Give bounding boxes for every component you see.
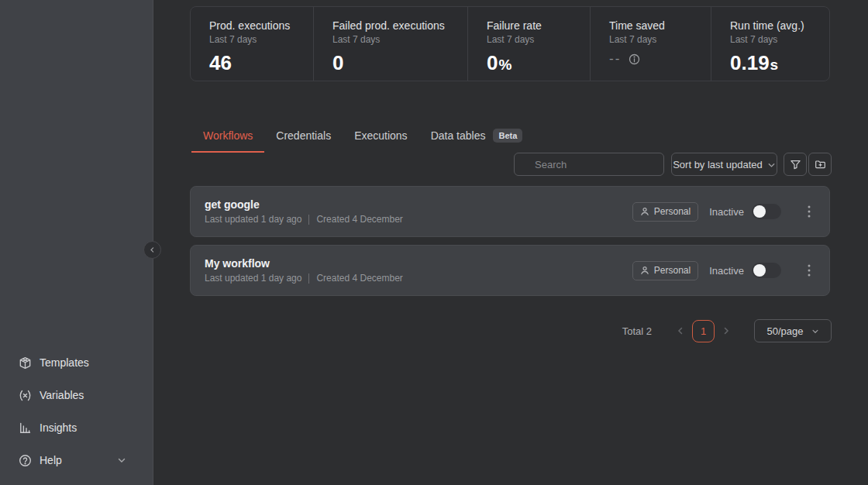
sidebar-item-label: Help [40, 454, 117, 466]
sidebar: Templates Variables Insights [0, 0, 153, 485]
total-count: Total 2 [622, 325, 652, 337]
kebab-menu-icon[interactable] [806, 263, 812, 278]
toggle-knob [753, 205, 766, 218]
toggle-knob [753, 264, 766, 277]
new-folder-button[interactable] [808, 153, 832, 176]
package-icon [19, 356, 32, 370]
bar-chart-icon [19, 421, 32, 435]
main-content: Prod. executions Last 7 days 46 Failed p… [153, 0, 868, 485]
sidebar-item-insights[interactable]: Insights [0, 411, 153, 444]
chevron-down-icon [117, 456, 126, 465]
search-input[interactable] [535, 159, 671, 170]
filter-button[interactable] [784, 153, 807, 176]
help-circle-icon [19, 454, 32, 467]
sidebar-nav: Templates Variables Insights [0, 346, 153, 476]
stat-subtitle: Last 7 days [487, 34, 590, 45]
workflow-created: Created 4 December [316, 273, 402, 284]
next-page-icon[interactable] [722, 326, 731, 335]
workflow-name: get google [205, 198, 632, 211]
owner-badge[interactable]: Personal [632, 261, 698, 280]
list-toolbar: Sort by last updated [153, 153, 868, 176]
funnel-icon [790, 159, 801, 170]
stat-card-failed-executions: Failed prod. executions Last 7 days 0 [313, 7, 467, 81]
pagination: Total 2 1 50/page [153, 319, 832, 342]
variables-icon [19, 389, 32, 402]
person-icon [640, 207, 649, 216]
prev-page-icon[interactable] [676, 326, 685, 335]
stat-card-time-saved: Time saved Last 7 days -- [590, 7, 711, 81]
sidebar-item-label: Templates [40, 356, 140, 369]
stat-title: Prod. executions [209, 19, 313, 32]
sort-dropdown[interactable]: Sort by last updated [671, 153, 777, 176]
stat-title: Failure rate [487, 19, 590, 32]
workflow-card[interactable]: get google Last updated 1 day ago Create… [190, 186, 830, 237]
chevron-down-icon [767, 161, 776, 170]
chevron-left-icon [149, 246, 156, 253]
stat-subtitle: Last 7 days [609, 34, 711, 45]
beta-badge: Beta [493, 129, 522, 143]
page-number-button[interactable]: 1 [692, 320, 715, 342]
sidebar-item-variables[interactable]: Variables [0, 379, 153, 411]
info-circle-icon[interactable] [629, 53, 640, 65]
tab-credentials[interactable]: Credentials [264, 123, 343, 153]
stat-card-run-time: Run time (avg.) Last 7 days 0.19s [711, 7, 829, 81]
stat-card-prod-executions: Prod. executions Last 7 days 46 [191, 7, 313, 81]
stat-title: Time saved [609, 19, 711, 32]
stats-panel: Prod. executions Last 7 days 46 Failed p… [190, 6, 830, 81]
workflow-info: My workflow Last updated 1 day ago Creat… [205, 257, 632, 284]
workflow-card[interactable]: My workflow Last updated 1 day ago Creat… [190, 245, 830, 296]
meta-separator [308, 273, 309, 284]
owner-badge[interactable]: Personal [632, 202, 698, 222]
stat-title: Run time (avg.) [730, 19, 829, 32]
sidebar-collapse-button[interactable] [143, 241, 161, 259]
stat-subtitle: Last 7 days [332, 34, 467, 45]
chevron-down-icon [811, 328, 819, 335]
stat-value: 0 [332, 51, 467, 75]
sidebar-item-help[interactable]: Help [0, 444, 153, 476]
stat-card-failure-rate: Failure rate Last 7 days 0% [467, 7, 590, 81]
active-toggle[interactable] [752, 204, 781, 219]
stat-value: 0.19s [730, 51, 829, 75]
tab-workflows[interactable]: Workflows [191, 123, 264, 153]
workflow-meta: Last updated 1 day ago Created 4 Decembe… [205, 214, 632, 225]
meta-separator [308, 215, 309, 225]
tab-bar: Workflows Credentials Executions Data ta… [191, 123, 534, 153]
workflow-info: get google Last updated 1 day ago Create… [205, 198, 632, 225]
stat-subtitle: Last 7 days [730, 34, 829, 45]
workflow-controls: Personal Inactive [632, 261, 812, 280]
workflow-controls: Personal Inactive [632, 202, 812, 222]
stat-subtitle: Last 7 days [209, 34, 313, 45]
stat-value: 0% [487, 51, 590, 75]
folder-plus-icon [815, 159, 826, 170]
tab-executions[interactable]: Executions [343, 123, 418, 153]
sidebar-item-label: Insights [40, 421, 140, 434]
workflow-last-updated: Last updated 1 day ago [205, 214, 301, 225]
tab-data-tables[interactable]: Data tables Beta [419, 123, 535, 153]
workflow-name: My workflow [205, 257, 632, 270]
workflow-meta: Last updated 1 day ago Created 4 Decembe… [205, 273, 632, 284]
stat-title: Failed prod. executions [332, 19, 467, 32]
stat-value: -- [609, 51, 711, 67]
sidebar-item-templates[interactable]: Templates [0, 346, 153, 379]
stat-value: 46 [209, 51, 313, 75]
active-toggle[interactable] [752, 263, 781, 278]
status-label: Inactive [709, 265, 744, 277]
workflow-last-updated: Last updated 1 day ago [205, 273, 301, 284]
search-box [514, 153, 664, 176]
sidebar-item-label: Variables [40, 389, 140, 401]
person-icon [640, 266, 649, 275]
status-label: Inactive [709, 206, 744, 218]
page-size-select[interactable]: 50/page [754, 319, 832, 342]
kebab-menu-icon[interactable] [806, 204, 812, 219]
workflow-created: Created 4 December [316, 214, 402, 225]
